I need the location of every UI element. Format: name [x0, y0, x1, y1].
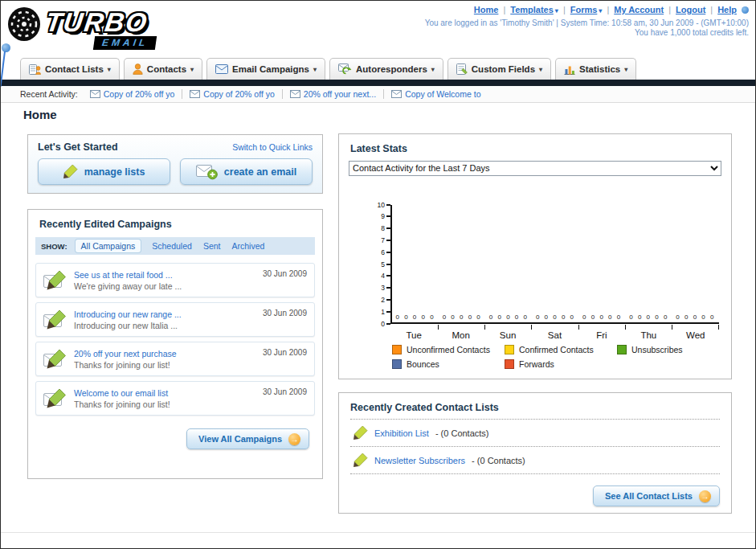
pencil-icon — [353, 426, 368, 440]
speedometer-icon — [7, 6, 43, 46]
y-axis-tick: 6 — [381, 248, 390, 256]
contact-list-count: - (0 Contacts) — [435, 428, 489, 438]
campaign-text: Introducing our new range ...Introducing… — [74, 309, 256, 330]
campaign-row[interactable]: Welcome to our email listThanks for join… — [35, 381, 315, 416]
recently-created-contact-lists-panel: Recently Created Contact Lists Exhibitio… — [338, 392, 732, 514]
nav-separator: | — [710, 5, 713, 14]
tab-contact-lists[interactable]: Contact Lists▾ — [20, 58, 120, 80]
chart-bar-group: 0 0 0 0 0 — [626, 205, 672, 322]
chevron-down-icon: ▾ — [539, 66, 542, 73]
filter-sent[interactable]: Sent — [203, 241, 221, 251]
filter-all-campaigns[interactable]: All Campaigns — [76, 240, 141, 252]
switch-quick-links-link[interactable]: Switch to Quick Links — [232, 142, 313, 152]
recent-activity-item[interactable]: Copy of 20% off yo — [182, 89, 282, 99]
legend-item: Unsubscribes — [617, 345, 729, 354]
top-nav: Home|Templates▾|Forms▾|My Account|Logout… — [474, 5, 749, 14]
autoresponders-icon — [338, 64, 352, 75]
campaign-row[interactable]: See us at the retail food ...We're givin… — [35, 263, 315, 297]
see-all-contact-lists-button[interactable]: See All Contact Lists — [593, 485, 720, 506]
top-nav-link-help[interactable]: Help — [717, 5, 737, 14]
tab-statistics[interactable]: Statistics▾ — [555, 58, 636, 80]
app-logo[interactable]: TURBO EMAIL — [4, 2, 225, 52]
legend-item: Confirmed Contacts — [505, 345, 617, 354]
login-info-text: You are logged in as 'Timothy Smith' | S… — [425, 18, 749, 27]
campaign-subtitle: We're giving away our late ... — [74, 281, 256, 291]
contact-activity-chart: 109876543210 0 0 0 0 00 0 0 0 00 0 0 0 0… — [339, 181, 731, 345]
top-nav-link-forms[interactable]: Forms▾ — [570, 5, 603, 14]
top-nav-link-home[interactable]: Home — [474, 5, 499, 14]
y-tick-label: 8 — [381, 224, 385, 232]
custom-fields-icon — [456, 64, 468, 75]
y-tick-label: 1 — [381, 308, 385, 316]
create-email-button[interactable]: create an email — [180, 158, 313, 185]
main-nav-tabs: Contact Lists▾Contacts▾Email Campaigns▾A… — [1, 55, 755, 80]
chart-bar-group: 0 0 0 0 0 — [532, 205, 578, 322]
legend-label: Bounces — [407, 359, 439, 369]
edge-marker-dot-icon — [2, 43, 10, 52]
credits-info-text: You have 1,000 total credits left. — [635, 28, 749, 37]
contact-list-count: - (0 Contacts) — [472, 456, 525, 465]
chart-groups: 0 0 0 0 00 0 0 0 00 0 0 0 00 0 0 0 00 0 … — [392, 205, 719, 322]
y-axis-tick: 9 — [381, 212, 390, 220]
tab-email-campaigns[interactable]: Email Campaigns▾ — [206, 58, 325, 80]
y-axis-tick: 5 — [381, 260, 390, 268]
view-all-campaigns-button[interactable]: View All Campaigns — [186, 428, 309, 449]
tab-custom-fields[interactable]: Custom Fields▾ — [447, 58, 551, 80]
recent-activity-link[interactable]: Copy of Welcome to — [405, 89, 480, 99]
tab-autoresponders[interactable]: Autoresponders▾ — [329, 58, 443, 80]
bar-value-labels: 0 0 0 0 0 — [392, 313, 439, 321]
filter-archived[interactable]: Archived — [231, 241, 264, 251]
tab-label: Email Campaigns — [232, 64, 309, 74]
envelope-icon — [391, 90, 402, 98]
contact-list-item[interactable]: Exhibition List - (0 Contacts) — [350, 419, 720, 446]
campaign-row[interactable]: 20% off your next purchaseThanks for joi… — [35, 342, 315, 376]
campaign-title-link[interactable]: See us at the retail food ... — [74, 270, 256, 280]
contact-lists-items: Exhibition List - (0 Contacts)Newsletter… — [350, 419, 720, 474]
recent-activity-link[interactable]: Copy of 20% off yo — [203, 89, 275, 99]
recent-activity-link[interactable]: 20% off your next... — [304, 89, 376, 99]
top-nav-link-logout[interactable]: Logout — [676, 5, 705, 14]
recent-activity-item[interactable]: Copy of 20% off yo — [83, 89, 182, 99]
campaign-title-link[interactable]: Welcome to our email list — [74, 388, 256, 398]
chart-legend: Unconfirmed ContactsConfirmed ContactsUn… — [392, 345, 738, 374]
legend-item: Unconfirmed Contacts — [392, 345, 505, 354]
contact-list-link[interactable]: Exhibition List — [374, 428, 429, 438]
status-dot-icon — [742, 6, 749, 14]
filter-scheduled[interactable]: Scheduled — [152, 241, 192, 251]
chevron-down-icon: ▾ — [555, 7, 558, 14]
recent-activity-label: Recent Activity: — [20, 89, 78, 99]
manage-lists-button[interactable]: manage lists — [38, 158, 170, 185]
recent-activity-item[interactable]: Copy of Welcome to — [383, 89, 488, 99]
campaign-row[interactable]: Introducing our new range ...Introducing… — [35, 302, 315, 337]
chart-bar-group: 0 0 0 0 0 — [485, 205, 532, 322]
tab-label: Contact Lists — [45, 64, 104, 74]
arrow-right-icon — [699, 490, 711, 502]
envelope-icon — [190, 90, 200, 98]
x-axis-label: Thu — [625, 330, 672, 340]
stats-period-select[interactable]: Contact Activity for the Last 7 Days — [349, 161, 721, 176]
pencil-icon — [63, 165, 78, 178]
bar-value-labels: 0 0 0 0 0 — [579, 313, 626, 321]
campaign-text: 20% off your next purchaseThanks for joi… — [74, 349, 256, 370]
campaign-title-link[interactable]: Introducing our new range ... — [74, 309, 256, 319]
legend-swatch — [392, 359, 402, 369]
show-label: SHOW: — [41, 242, 67, 251]
recent-activity-item[interactable]: 20% off your next... — [282, 89, 383, 99]
bar-value-labels: 0 0 0 0 0 — [439, 313, 485, 321]
campaign-filter-bar: SHOW: All CampaignsScheduledSentArchived — [35, 237, 315, 255]
contact-list-item[interactable]: Newsletter Subscribers - (0 Contacts) — [350, 446, 720, 473]
recent-activity-items: Copy of 20% off yoCopy of 20% off yo20% … — [83, 89, 488, 99]
create-email-label: create an email — [224, 166, 296, 178]
x-axis-label: Sat — [531, 330, 578, 340]
recent-activity-link[interactable]: Copy of 20% off yo — [104, 89, 175, 99]
contact-list-link[interactable]: Newsletter Subscribers — [374, 456, 465, 465]
top-nav-link-templates[interactable]: Templates▾ — [510, 5, 558, 14]
top-nav-link-my-account[interactable]: My Account — [614, 5, 664, 14]
campaign-title-link[interactable]: 20% off your next purchase — [74, 349, 256, 358]
nav-separator: | — [563, 5, 566, 14]
tab-contacts[interactable]: Contacts▾ — [124, 58, 202, 80]
stats-panel-title: Latest Stats — [339, 134, 731, 160]
chevron-down-icon: ▾ — [190, 66, 194, 73]
contacts-icon — [133, 64, 143, 75]
campaign-subtitle: Thanks for joining our list! — [74, 360, 256, 370]
